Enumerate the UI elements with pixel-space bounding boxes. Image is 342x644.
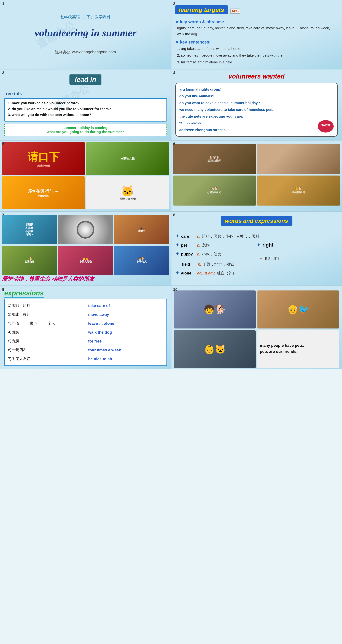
expr-right-7: be nice to sb xyxy=(88,355,163,363)
vol-line-1: do you like animals? xyxy=(180,93,334,100)
volunteers-box: arg (animal rights group) : do you like … xyxy=(175,82,338,136)
words-title: words and expressions xyxy=(221,216,292,226)
word-puppy-def: 小狗，幼犬 xyxy=(202,252,221,257)
photo-5-3: 爱♥在进行时～ 动物爱心图 xyxy=(2,176,85,209)
word-pet-def: 宠物 xyxy=(202,243,210,248)
expr-right-2: move away xyxy=(88,311,163,318)
cell1-subtitle: 七年级英语（jj下）教学课件 xyxy=(60,14,111,20)
cell-number-7: 7 xyxy=(2,213,4,217)
expr-right-3: leave … alone xyxy=(88,320,163,328)
cell-number-5: 5 xyxy=(2,142,4,146)
lead-in-title: lead in xyxy=(70,74,102,85)
photo-7-3: 🐻动物图 xyxy=(114,215,169,244)
word-right-def: n. 权益，权利 xyxy=(256,257,338,260)
photo-6-3: 🐶🐕小狗与金毛 xyxy=(173,176,256,206)
cell-10: 10 🧒🐕 👴🐦 👶🐱 many people have pets. pets … xyxy=(171,286,342,369)
photo-grid-7: 照顾我不吃我不弃我行吗？ 🐻动物图 🌿🐕动物自然 👶🐱小朋友宠物 🧒🐕孩子与犬 xyxy=(2,215,169,275)
expr-left-5: 5) 免费 xyxy=(8,337,83,345)
word-field-pos: n. xyxy=(198,262,201,267)
heart-badge: 救助动物 xyxy=(318,120,334,132)
kw-head: key words & phrases: xyxy=(175,19,338,24)
cell-number-3: 3 xyxy=(2,70,4,75)
badge-text: 救助动物 xyxy=(321,123,330,126)
word-pet: pet xyxy=(181,243,196,248)
cell-7: 7 照顾我不吃我不弃我行吗？ 🐻动物图 🌿🐕动物自然 👶🐱小朋友宠物 🧒🐕孩子与… xyxy=(0,211,171,286)
expr-left-4: 4) 遛狗 xyxy=(8,328,83,336)
word-field-def: 旷野，地方，领域 xyxy=(203,262,234,267)
vol-line-4: the cute pets are expecting your care. xyxy=(180,113,334,120)
cell-number-2: 2 xyxy=(173,2,175,6)
word-care: care xyxy=(181,234,196,239)
free-talk-box: 1. have you worked as a volunteer before… xyxy=(4,98,167,122)
star-icon-right: ✦ xyxy=(256,242,261,248)
expr-left-7: 7) 对某人友好 xyxy=(8,355,83,363)
cell7-motto: 爱护动物，尊重生命 动物是人类的朋友 xyxy=(2,275,94,283)
sentence-3: 3. his family left him alone in a field xyxy=(177,59,338,66)
photo-6-1: 🐕🐩🐕流浪动物群 xyxy=(173,144,256,174)
expressions-grid: 1) 照顾、照料 take care of 2) 搬走，移开 move away… xyxy=(8,302,163,363)
photo-7-5: 👶🐱小朋友宠物 xyxy=(58,246,113,275)
word-puppy: puppy xyxy=(181,252,196,256)
caption-line1: many people have pets. xyxy=(260,343,304,348)
word-alone: alone xyxy=(181,271,196,276)
question-3: 3. what will you do with the pets withou… xyxy=(8,113,163,117)
keywords-text: rights, care, pet, puppy, rocket, alone,… xyxy=(177,25,338,37)
photo-grid-10: 🧒🐕 👴🐦 👶🐱 many people have pets. pets are… xyxy=(174,290,339,368)
cell-number-10: 10 xyxy=(173,287,178,292)
cell-6: 6 🐕🐩🐕流浪动物群 🐶🐕小狗与金毛 🐈🐕猫与狗草地 xyxy=(171,140,342,211)
word-entry-puppy: ✦ puppy n. 小狗，幼犬 xyxy=(175,251,338,257)
vol-line-5: tel: 555-6756. xyxy=(180,120,334,126)
cell-number-4: 4 xyxy=(173,70,175,75)
expr-left-3: 3) 不管……；撇下……一个人 xyxy=(8,320,83,328)
cell-5: 5 请口下 示威游行图 抱宠物女孩 爱♥在进行时～ 动物爱心图 🐱 xyxy=(0,140,171,211)
cell-number-9: 9 xyxy=(2,287,4,292)
word-entry-care: ✦ care n. 照料，照顾；小心；v.关心，照料 xyxy=(175,233,338,239)
word-entry-field: field n. 旷野，地方，领域 xyxy=(175,262,338,267)
expr-right-1: take care of xyxy=(88,302,163,310)
cell-3: 3 道格办公 lead in free talk 1. have you wor… xyxy=(0,69,171,140)
word-puppy-pos: n. xyxy=(197,252,200,256)
cell1-website: 道格办公-www.daogebangong.com xyxy=(55,50,116,55)
photo-10-1: 🧒🐕 xyxy=(174,290,256,328)
expr-right-5: for free xyxy=(88,337,163,345)
learning-targets-title: learning targets xyxy=(175,5,228,14)
photo-10-2: 👴🐦 xyxy=(258,290,339,328)
expressions-box: 1) 照顾、照料 take care of 2) 搬走，移开 move away… xyxy=(4,299,167,366)
caption-line2: pets are our friends. xyxy=(260,349,298,354)
vol-line-2: do you want to have a special summer hol… xyxy=(180,100,334,106)
photo-6-4: 🐈🐕猫与狗草地 xyxy=(257,176,340,206)
star-icon-alone: ✦ xyxy=(175,270,180,276)
cell1-main-title: volunteering in summer xyxy=(34,27,136,39)
word-alone-def: 独自（的） xyxy=(217,270,236,276)
cell-1: 1 道格办公 七年级英语（jj下）教学课件 volunteering in su… xyxy=(0,0,171,69)
expressions-title: expressions xyxy=(4,290,44,298)
photo-5-4: 🐱 爱我，慎找我 xyxy=(86,176,169,209)
photo-grid-5: 请口下 示威游行图 抱宠物女孩 爱♥在进行时～ 动物爱心图 🐱 爱我，慎找我 xyxy=(2,142,169,209)
word-entry-right: ✦ right xyxy=(256,242,338,248)
word-entry-alone: ✦ alone adj. & adv. 独自（的） xyxy=(175,270,338,276)
sentence-1: 1. arg takes care of pets without a home… xyxy=(177,45,338,52)
free-talk-label: free talk xyxy=(4,91,167,96)
photo-grid-6: 🐕🐩🐕流浪动物群 🐶🐕小狗与金毛 🐈🐕猫与狗草地 xyxy=(173,144,340,206)
expr-left-6: 6) 一周四次 xyxy=(8,346,83,354)
sentences-list: 1. arg takes care of pets without a home… xyxy=(177,45,338,66)
reminder-line2: what are you going to do during the summ… xyxy=(6,130,165,134)
question-1: 1. have you worked as a volunteer before… xyxy=(8,101,163,105)
expr-right-6: four times a week xyxy=(88,346,163,354)
photo-10-3: 👶🐱 xyxy=(174,330,256,368)
photo-5-1: 请口下 示威游行图 xyxy=(2,142,85,175)
photo-10-4: many people have pets. pets are our frie… xyxy=(258,330,339,368)
photo-5-2: 抱宠物女孩 xyxy=(86,142,169,175)
question-2: 2. do you like animals? would you like t… xyxy=(8,107,163,111)
cell-9: 9 expressions 1) 照顾、照料 take care of 2) 搬… xyxy=(0,286,171,369)
expr-left-2: 2) 搬走，移开 xyxy=(8,311,83,318)
vol-line-0: arg (animal rights group) : xyxy=(180,86,334,93)
main-grid: 1 道格办公 七年级英语（jj下）教学课件 volunteering in su… xyxy=(0,0,342,369)
star-icon-pet: ✦ xyxy=(175,242,180,248)
word-entry-pet: ✦ pet n. 宠物 xyxy=(175,242,256,248)
cell-number-1: 1 xyxy=(2,2,4,6)
word-care-pos: n. xyxy=(197,234,200,239)
star-icon-care: ✦ xyxy=(175,233,180,239)
vol-line-6: address: zhonghua street 503. xyxy=(180,126,334,133)
ks-head: key sentences: xyxy=(175,40,338,44)
